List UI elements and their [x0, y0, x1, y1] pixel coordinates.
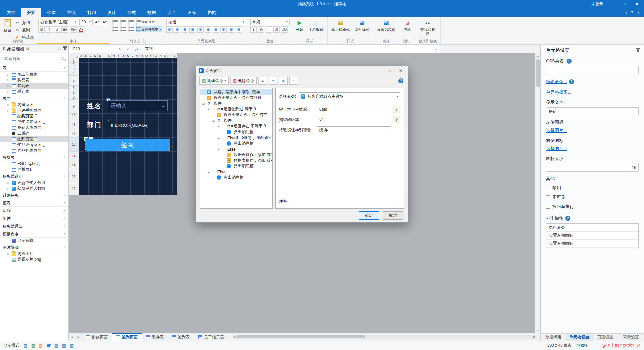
ok-button[interactable]: 确定: [359, 211, 379, 220]
expander-icon[interactable]: ▷: [7, 73, 10, 76]
cut-button[interactable]: ✂剪切: [14, 20, 34, 26]
expander-icon[interactable]: ▷: [7, 90, 10, 93]
row-header[interactable]: 8: [69, 95, 79, 100]
command-tree-row[interactable]: ◢ 弹出消息框: [200, 175, 272, 180]
expand-formula-bar-icon[interactable]: ⌄: [433, 47, 440, 51]
command-tree-row[interactable]: ◢ If =是否签到过 等于 0: [200, 106, 272, 112]
tree-row[interactable]: ▷ 模板命令 ∧: [0, 231, 68, 238]
tree-row[interactable]: ▷ 奖品列表页面 ∧: [0, 148, 68, 153]
column-header[interactable]: U: [172, 53, 177, 58]
cell-type-icon[interactable]: ▣: [220, 26, 227, 33]
column-header[interactable]: T: [168, 53, 172, 58]
column-header[interactable]: C: [88, 53, 93, 58]
column-header[interactable]: M: [135, 53, 140, 58]
display-text-input[interactable]: [546, 107, 639, 115]
row-header[interactable]: 1: [69, 58, 79, 63]
bold-button[interactable]: B: [38, 26, 45, 33]
tabs-prev-icon[interactable]: ◀: [69, 333, 75, 341]
column-header[interactable]: E: [98, 53, 102, 58]
move-up-button[interactable]: ▲: [258, 77, 267, 85]
statusbar-icon[interactable]: ▦: [30, 343, 36, 348]
home-icon[interactable]: ⌂: [624, 10, 627, 15]
expander-icon[interactable]: ◢: [207, 170, 210, 173]
tree-row[interactable]: ▷ 抽奖页面 ∧: [0, 113, 68, 119]
qat-icon[interactable]: [56, 1, 61, 7]
dept-formula-cell[interactable]: =IFERROR(ODATA(: [108, 123, 148, 128]
align-right-icon[interactable]: [128, 26, 135, 32]
sheet-tab[interactable]: 签到表: [168, 333, 194, 341]
number-format-icon[interactable]: ,: [266, 26, 272, 33]
italic-button[interactable]: I: [46, 26, 52, 33]
tree-row[interactable]: ▷ 组件 ∧: [0, 215, 68, 222]
find-replace-button[interactable]: ●●查找和替换: [417, 19, 438, 36]
object-search-input[interactable]: [2, 55, 66, 62]
paste-button[interactable]: 粘贴: [2, 19, 13, 33]
row-header[interactable]: 5: [69, 76, 79, 86]
sheet-tab[interactable]: 员工信息表: [194, 333, 228, 341]
tree-row[interactable]: ▷ 报表 ∧: [0, 200, 68, 207]
move-down-button[interactable]: ▼: [269, 77, 277, 85]
fill-color-button[interactable]: ▨▾: [70, 26, 76, 33]
expander-icon[interactable]: ◢: [202, 102, 205, 105]
cell-type-icon[interactable]: ▣: [213, 26, 219, 33]
checkbox-icon[interactable]: [546, 195, 550, 199]
row-header[interactable]: 6: [69, 86, 79, 90]
qat-icon[interactable]: [48, 1, 53, 7]
ribbon-tab[interactable]: 开始: [21, 8, 41, 17]
collapse-panel-icon[interactable]: ⊟: [58, 47, 61, 51]
statusbar-icon[interactable]: ▦: [53, 343, 59, 348]
name-combobox[interactable]: 请输入 ⌄: [108, 100, 168, 111]
row-header[interactable]: 11: [69, 118, 79, 132]
command-tree-row[interactable]: ◢ ElseIf =G9 等于 %Null%: [200, 135, 272, 141]
maximize-button[interactable]: □: [621, 0, 631, 8]
command-tree-row[interactable]: ◢ 弹出消息框: [200, 141, 272, 146]
zoom-level[interactable]: 100%: [577, 343, 588, 348]
row-header[interactable]: 15: [69, 161, 79, 171]
settings-tab[interactable]: 数据绑定: [541, 334, 566, 341]
cell-type-icon[interactable]: ▣: [189, 26, 196, 33]
row-header[interactable]: 4: [69, 71, 79, 76]
command-tree-row[interactable]: ◢ 设置变量命令：是否存在: [200, 112, 272, 118]
section-chevron-icon[interactable]: ∧: [63, 97, 66, 100]
scroll-left-icon[interactable]: ◀: [232, 335, 237, 338]
indent-button[interactable]: ≣: [279, 77, 288, 85]
expander-icon[interactable]: ▷: [7, 109, 10, 112]
section-chevron-icon[interactable]: ∧: [63, 194, 66, 197]
ribbon-tab[interactable]: 协同: [202, 8, 222, 17]
settings-tab[interactable]: 页面设置: [593, 334, 618, 341]
command-tree-row[interactable]: ◢ 弹出消息框: [200, 163, 272, 169]
number-format-icon[interactable]: .0: [273, 26, 280, 33]
expander-icon[interactable]: ▷: [7, 252, 10, 255]
tree-row[interactable]: ▷ FGC_母版页 ∧: [0, 161, 68, 167]
column-header[interactable]: L: [130, 53, 135, 58]
increase-font-icon[interactable]: A˄: [94, 19, 100, 25]
cancel-button[interactable]: 取消: [383, 211, 403, 220]
operations-help-icon[interactable]: ?: [565, 216, 570, 221]
vertical-scrollbar[interactable]: ▲ ▼: [535, 53, 540, 333]
collapse-ribbon-icon[interactable]: ∧: [637, 10, 640, 15]
column-header[interactable]: D: [93, 53, 98, 58]
tree-row[interactable]: ▷ 内建手机页面 ∧: [0, 108, 68, 113]
checkbox-icon[interactable]: [546, 186, 550, 190]
section-chevron-icon[interactable]: ∧: [63, 217, 66, 220]
ribbon-tab[interactable]: 发布: [182, 8, 202, 17]
edit-command-link[interactable]: 编辑命令...: [546, 79, 567, 85]
section-chevron-icon[interactable]: ∧: [63, 225, 66, 228]
statusbar-icon[interactable]: ▦: [61, 343, 67, 348]
command-tree-row[interactable]: ◢ Else: [200, 169, 272, 175]
section-chevron-icon[interactable]: ∧: [63, 209, 66, 212]
cell-style-button[interactable]: ▦单元格样式: [330, 19, 351, 32]
ribbon-tab[interactable]: 文件: [1, 8, 21, 17]
column-header[interactable]: B: [84, 53, 88, 58]
select-all-corner[interactable]: [69, 53, 79, 58]
tree-row[interactable]: ▷ 母版页 ∧: [0, 154, 68, 161]
tree-row[interactable]: ▷ 服务端通知 ∧: [0, 223, 68, 230]
statusbar-icon[interactable]: ▦: [23, 343, 28, 348]
sheet-tab[interactable]: 缓存表: [142, 333, 168, 341]
qat-icon[interactable]: [25, 1, 30, 7]
command-tree-row[interactable]: ◢ 从客户端缓存中读取: 缓存: [200, 89, 272, 95]
align-bottom-icon[interactable]: [128, 19, 135, 25]
expander-icon[interactable]: ▷: [7, 181, 10, 184]
cell-type-icon[interactable]: ▣: [197, 26, 204, 33]
number-format-icon[interactable]: .00: [281, 26, 288, 33]
